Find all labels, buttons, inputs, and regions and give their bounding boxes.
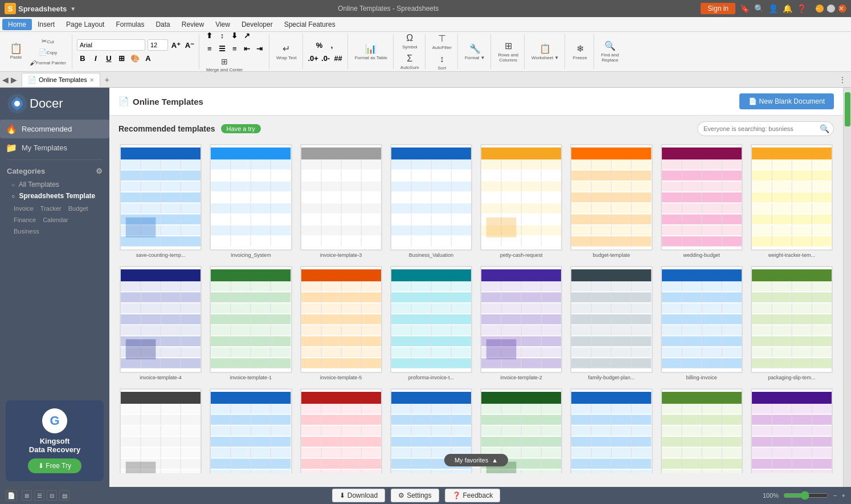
template-item[interactable]: invoice-template-5 [299,265,383,381]
template-item[interactable]: Invoicing_System [208,143,293,259]
sub-business[interactable]: Business [11,227,42,236]
template-item[interactable]: invoice-template-6 [569,387,653,473]
table-view-icon[interactable]: ⊟ [47,490,57,501]
feedback-button[interactable]: ❓ Feedback [445,489,501,502]
font-color-button[interactable]: A [142,52,154,64]
favorites-bar[interactable]: My favorites ▲ [444,454,508,466]
rotate-text-button[interactable]: ↗ [242,30,253,41]
comma-button[interactable]: , [326,39,338,51]
categories-settings-icon[interactable]: ⚙ [96,167,103,175]
merge-center-button[interactable]: ⊞ Merge and Center [204,56,245,73]
sort-button[interactable]: ↕ Sort [432,53,452,72]
sidebar-item-my-templates[interactable]: 📁 My Templates [0,138,109,157]
align-top-button[interactable]: ⬆ [204,30,215,41]
wrap-text-button[interactable]: ↵ Wrap Text [274,42,299,62]
format-button[interactable]: 🔧 Format ▼ [463,42,487,62]
sheet-icon[interactable]: 📄 [6,490,17,501]
find-replace-button[interactable]: 🔍 Find andReplace [599,39,621,64]
scroll-track[interactable] [843,88,851,487]
increase-indent-button[interactable]: ⇥ [254,43,265,54]
bell-icon[interactable]: 🔔 [783,4,792,13]
detail-view-icon[interactable]: ▤ [59,490,69,501]
template-item[interactable]: budget-template [569,143,653,259]
align-right-button[interactable]: ≡ [229,43,240,54]
align-bottom-button[interactable]: ⬇ [229,30,240,41]
template-item[interactable]: meeting-agenda-te... [118,387,203,473]
sub-invoice[interactable]: Invoice [11,204,36,213]
search-input[interactable] [697,121,834,136]
template-item[interactable]: invoice-template-1 [208,265,293,381]
rows-columns-button[interactable]: ⊞ Rows andColumns [496,39,521,64]
app-dropdown-icon[interactable]: ▼ [70,6,76,12]
menu-insert[interactable]: Insert [32,19,60,30]
increase-decimal-button[interactable]: .0+ [308,52,319,64]
new-blank-document-button[interactable]: 📄 New Blank Document [739,93,834,109]
template-item[interactable]: proforma-invoice-t... [389,265,473,381]
underline-button[interactable]: U [103,52,114,64]
align-left-button[interactable]: ≡ [204,43,215,54]
cut-button[interactable]: ✂Cut [27,36,68,46]
template-item[interactable]: invoice-template-3 [299,143,383,259]
align-middle-button[interactable]: ↕ [216,30,228,41]
autosum-button[interactable]: Σ AutoSum [398,52,422,71]
number-format-button[interactable]: ## [333,52,344,64]
signin-button[interactable]: Sign in [701,3,735,14]
worksheet-button[interactable]: 📋 Worksheet ▼ [529,42,561,62]
template-item[interactable]: billing-invoice [660,265,744,381]
menu-developer[interactable]: Developer [236,19,279,30]
download-button[interactable]: ⬇ Download [332,489,385,502]
help-icon[interactable]: ❓ [797,4,807,13]
decrease-decimal-button[interactable]: .0- [320,52,332,64]
template-item[interactable]: invoice-template-2 [479,265,563,381]
italic-button[interactable]: I [90,52,101,64]
autofilter-button[interactable]: ⊤ AutoFilter [430,32,454,51]
user-icon[interactable]: 👤 [768,4,778,13]
sub-tracker[interactable]: Tracker [38,204,64,213]
paste-button[interactable]: 📋 Paste [6,42,26,61]
search-icon[interactable]: 🔍 [754,4,764,13]
template-item[interactable]: invoice-template-4 [118,265,203,381]
sidebar-item-recommended[interactable]: 🔥 Recommended [0,120,109,138]
menu-page-layout[interactable]: Page Layout [60,19,110,30]
template-item[interactable]: wedding-budget [660,143,744,259]
template-item[interactable]: save-counting-temp... [118,143,203,259]
close-button[interactable]: ✕ [838,5,846,13]
forward-button[interactable]: ▶ [11,75,17,84]
have-try-badge[interactable]: Have a try [221,124,261,133]
font-decrease-button[interactable]: A⁻ [184,39,195,51]
font-size-input[interactable] [148,39,168,51]
menu-view[interactable]: View [210,19,236,30]
zoom-out-icon[interactable]: − [833,492,837,499]
fill-color-button[interactable]: 🎨 [129,52,141,64]
template-item[interactable]: Project_Manageme... [208,387,293,473]
back-button[interactable]: ◀ [2,75,9,84]
sub-calendar[interactable]: Calendar [40,215,71,224]
format-painter-button[interactable]: 🖌Format Painter [27,58,68,67]
symbol-button[interactable]: Ω Symbol [399,32,420,51]
zoom-in-icon[interactable]: + [842,492,845,499]
maximize-button[interactable]: □ [827,5,835,13]
free-try-button[interactable]: ⬇ Free Try [28,458,81,473]
format-as-table-button[interactable]: 📊 Format as Table [353,42,390,62]
cat-all-templates[interactable]: ○ All Templates [7,179,103,190]
template-item[interactable]: packaging-slip-tem... [750,265,834,381]
borders-button[interactable]: ⊞ [116,52,128,64]
menu-special-features[interactable]: Special Features [279,19,341,30]
list-view-icon[interactable]: ☰ [34,490,44,501]
copy-button[interactable]: 📄Copy [27,47,68,57]
menu-formulas[interactable]: Formulas [110,19,150,30]
font-increase-button[interactable]: A⁺ [170,39,182,51]
template-item[interactable]: Business_Valuation [389,143,473,259]
template-item[interactable]: family-budget-plan... [569,265,653,381]
zoom-slider[interactable] [783,491,829,500]
template-item[interactable]: invoice-tracker-tem... [660,387,744,473]
menu-data[interactable]: Data [150,19,175,30]
bookmark-icon[interactable]: 🔖 [740,4,750,13]
percent-button[interactable]: % [314,39,325,51]
grid-view-icon[interactable]: ⊞ [22,490,32,501]
font-name-input[interactable] [77,39,145,51]
menu-review[interactable]: Review [176,19,210,30]
cat-spreadsheets-template[interactable]: ○ Spreadsheets Template [7,190,103,202]
search-icon[interactable]: 🔍 [820,124,829,133]
template-item[interactable]: simple-weekly-sche... [299,387,383,473]
